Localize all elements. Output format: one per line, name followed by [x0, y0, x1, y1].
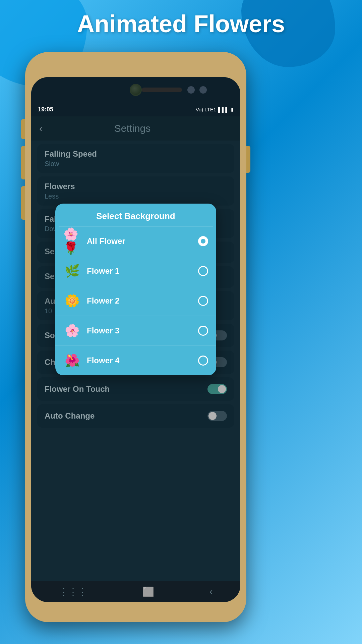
volume-down-button[interactable] — [21, 146, 25, 179]
camera-lens — [130, 84, 142, 96]
dialog-option-all-flower[interactable]: 🌸🌹 All Flower — [55, 226, 216, 256]
status-bar: 19:05 Vo) LTE1 ▌▌▌ ▮ — [31, 102, 240, 116]
flower2-radio[interactable] — [198, 296, 208, 306]
status-network: Vo) LTE1 — [196, 107, 216, 112]
flower1-label: Flower 1 — [87, 266, 192, 276]
status-time: 19:05 — [38, 106, 53, 113]
all-flower-icon: 🌸🌹 — [63, 232, 81, 250]
dialog-title: Select Background — [55, 204, 216, 226]
silent-button[interactable] — [21, 186, 25, 220]
flower1-icon: 🌿 — [63, 262, 81, 280]
camera-area — [130, 84, 142, 96]
sensor-1 — [187, 86, 195, 94]
all-flower-radio[interactable] — [198, 236, 208, 246]
status-right: Vo) LTE1 ▌▌▌ ▮ — [196, 106, 234, 112]
sensor-2 — [199, 86, 207, 94]
dialog-option-flower3[interactable]: 🌸 Flower 3 — [55, 316, 216, 346]
phone-camera-bar — [31, 77, 240, 102]
power-button[interactable] — [246, 146, 250, 173]
phone-screen: 19:05 Vo) LTE1 ▌▌▌ ▮ ‹ Settings Falling … — [31, 77, 240, 602]
front-sensors — [187, 86, 207, 94]
flower3-icon: 🌸 — [63, 322, 81, 339]
app-title: Animated Flowers — [0, 10, 362, 38]
volume-up-button[interactable] — [21, 119, 25, 139]
dialog-option-flower4[interactable]: 🌺 Flower 4 — [55, 346, 216, 375]
all-flower-label: All Flower — [87, 236, 192, 246]
status-battery: ▮ — [231, 106, 234, 112]
flower2-icon: 🌼 — [63, 292, 81, 310]
dialog-overlay[interactable]: Select Background 🌸🌹 All Flower 🌿 Flower… — [31, 116, 240, 602]
flower4-icon: 🌺 — [63, 352, 81, 369]
dialog-option-flower2[interactable]: 🌼 Flower 2 — [55, 286, 216, 316]
flower3-radio[interactable] — [198, 326, 208, 336]
flower2-label: Flower 2 — [87, 296, 192, 306]
speaker-bar — [142, 88, 182, 92]
status-signal: ▌▌▌ — [218, 107, 229, 112]
flower1-radio[interactable] — [198, 266, 208, 276]
flower4-radio[interactable] — [198, 356, 208, 366]
flower4-label: Flower 4 — [87, 356, 192, 365]
phone-frame: 19:05 Vo) LTE1 ▌▌▌ ▮ ‹ Settings Falling … — [25, 52, 246, 622]
dialog-option-flower1[interactable]: 🌿 Flower 1 — [55, 256, 216, 286]
flower3-label: Flower 3 — [87, 326, 192, 335]
select-background-dialog: Select Background 🌸🌹 All Flower 🌿 Flower… — [55, 204, 216, 375]
